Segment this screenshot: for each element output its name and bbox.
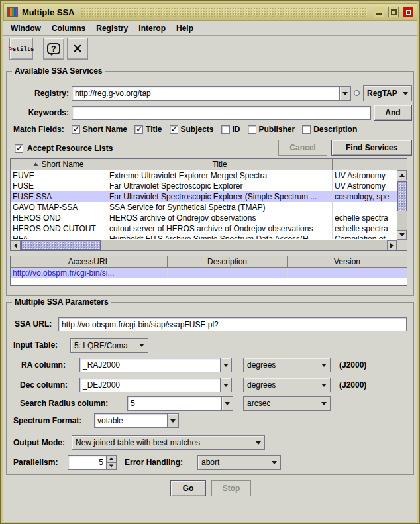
ra-column-combo[interactable]: _RAJ2000 (79, 358, 232, 372)
scroll-thumb[interactable] (397, 181, 407, 211)
match-field-subjects[interactable]: Subjects (170, 125, 214, 134)
table-row[interactable]: GAVO TMAP-SSASSA Service for Synthetical… (11, 202, 397, 213)
combo-arrow-button[interactable] (221, 396, 233, 411)
scroll-left-button[interactable] (11, 240, 21, 250)
combo-arrow-button[interactable] (268, 456, 280, 469)
dec-column-value[interactable]: _DEJ2000 (79, 378, 220, 392)
parallelism-spinner[interactable]: 5 (68, 455, 117, 470)
match-field-description[interactable]: Description (302, 125, 357, 134)
menu-interop[interactable]: Interop (133, 23, 171, 34)
input-table-label: Input Table: (13, 338, 58, 353)
match-field-publisher[interactable]: Publisher (248, 125, 295, 134)
checkbox[interactable] (302, 125, 311, 134)
combo-arrow-button[interactable] (318, 358, 330, 372)
table-row[interactable]: FUSE SSAFar Ultraviolet Spectroscopic Ex… (11, 191, 397, 202)
find-services-button[interactable]: Find Services (331, 140, 412, 156)
cancel-button[interactable]: Cancel (278, 140, 327, 156)
spectrum-format-value[interactable]: votable (94, 413, 167, 428)
column-header-extra[interactable] (333, 159, 397, 170)
ssa-url-input[interactable]: http://vo.obspm.fr/cgi-bin/siap/ssapFUSE… (58, 317, 407, 331)
combo-arrow-button[interactable] (318, 397, 330, 410)
horizontal-scrollbar[interactable] (11, 240, 397, 250)
checkbox[interactable] (221, 125, 230, 134)
output-mode-dropdown[interactable]: New joined table with best matches (72, 435, 265, 450)
checkbox[interactable] (248, 125, 256, 134)
keywords-input[interactable] (72, 106, 371, 120)
parallelism-value[interactable]: 5 (68, 455, 106, 470)
menu-window[interactable]: Window (5, 23, 46, 34)
dec-column-combo[interactable]: _DEJ2000 (79, 378, 232, 392)
combo-arrow-button[interactable] (252, 436, 264, 449)
combo-arrow-button[interactable] (220, 378, 232, 392)
error-handling-label: Error Handling: (125, 455, 183, 470)
table-row[interactable]: HFAHumboldt FITS Archive Simple Spectrum… (11, 234, 397, 239)
input-table-dropdown[interactable]: 5: LQRF/Coma (70, 338, 148, 353)
registry-label: Registry: (11, 86, 69, 101)
column-header-version[interactable]: Version (288, 256, 407, 268)
scroll-right-button[interactable] (387, 240, 397, 250)
go-button[interactable]: Go (170, 480, 206, 496)
checkbox[interactable] (134, 125, 143, 134)
dec-unit-dropdown[interactable]: degrees (243, 378, 331, 392)
column-header-description[interactable]: Description (168, 256, 288, 268)
scroll-up-button[interactable] (397, 170, 407, 180)
output-mode-value: New joined table with best matches (76, 438, 200, 447)
ra-unit-dropdown[interactable]: degrees (243, 358, 331, 372)
stilts-icon: >stilts (9, 45, 34, 53)
and-button[interactable]: And (374, 105, 412, 121)
scroll-thumb[interactable] (21, 240, 101, 250)
table-row[interactable]: HEROS OND CUTOUTcutout server of HEROS a… (11, 223, 397, 234)
column-header-title[interactable]: Title (107, 159, 333, 170)
match-field-short-name[interactable]: Short Name (72, 125, 127, 134)
menu-columns[interactable]: Columns (46, 23, 91, 34)
search-radius-value[interactable]: 5 (127, 396, 221, 411)
combo-arrow-button[interactable] (399, 86, 411, 101)
title-bar[interactable]: Multiple SSA (3, 3, 417, 21)
vertical-scrollbar[interactable] (397, 170, 407, 240)
table-row[interactable]: EUVEExtreme Ultraviolet Explorer Merged … (11, 170, 397, 181)
scroll-down-button[interactable] (397, 230, 407, 240)
panel-title: Multiple SSA Parameters (12, 297, 111, 307)
combo-arrow-button[interactable] (136, 339, 148, 352)
table-cell: HFA (11, 234, 107, 239)
spectrum-format-combo[interactable]: votable (94, 413, 179, 428)
window: Multiple SSA Window Columns Registry Int… (0, 0, 420, 524)
spinner-down-button[interactable] (106, 463, 117, 470)
close-button[interactable] (403, 7, 413, 17)
match-field-id[interactable]: ID (221, 125, 240, 134)
ra-column-value[interactable]: _RAJ2000 (79, 358, 220, 372)
checkbox[interactable] (15, 144, 23, 153)
registry-type-dropdown[interactable]: RegTAP (363, 85, 412, 101)
table-row[interactable]: FUSEFar Ultraviolet Spectroscopic Explor… (11, 181, 397, 191)
close-window-button[interactable]: ✕ (67, 38, 88, 60)
combo-arrow-button[interactable] (220, 358, 232, 372)
search-radius-combo[interactable]: 5 (127, 396, 233, 411)
table-row[interactable]: HEROS ONDHEROS archive of Ondrejov obser… (11, 213, 397, 223)
checkbox[interactable] (72, 125, 80, 134)
stop-button[interactable]: Stop (211, 480, 251, 496)
stilts-button[interactable]: >stilts (9, 38, 33, 60)
match-field-title[interactable]: Title (134, 125, 162, 134)
table-row[interactable]: http://vo.obspm.fr/cgi-bin/si... (11, 268, 407, 278)
column-header-accessurl[interactable]: AccessURL (11, 256, 168, 268)
accept-resource-lists-checkbox[interactable]: Accept Resource Lists (15, 140, 113, 156)
combo-arrow-button[interactable] (167, 413, 179, 428)
registry-value[interactable]: http://reg.g-vo.org/tap (72, 86, 339, 101)
table-cell: Extreme Ultraviolet Explorer Merged Spec… (107, 170, 333, 181)
column-header-short-name[interactable]: Short Name (11, 159, 107, 170)
registry-combo[interactable]: http://reg.g-vo.org/tap (72, 86, 351, 101)
error-handling-value: abort (201, 458, 219, 467)
maximize-button[interactable] (388, 7, 399, 17)
error-handling-dropdown[interactable]: abort (197, 455, 281, 470)
menu-registry[interactable]: Registry (91, 23, 133, 34)
table-header: AccessURL Description Version (11, 256, 407, 268)
help-button[interactable]: ? (43, 38, 64, 60)
spinner-up-button[interactable] (106, 455, 117, 463)
checkbox[interactable] (170, 125, 178, 134)
combo-arrow-button[interactable] (318, 378, 330, 392)
radius-unit-dropdown[interactable]: arcsec (243, 396, 331, 411)
combo-arrow-button[interactable] (339, 86, 351, 101)
help-icon: ? (47, 43, 60, 54)
minimize-button[interactable] (374, 7, 384, 17)
menu-help[interactable]: Help (171, 23, 199, 34)
